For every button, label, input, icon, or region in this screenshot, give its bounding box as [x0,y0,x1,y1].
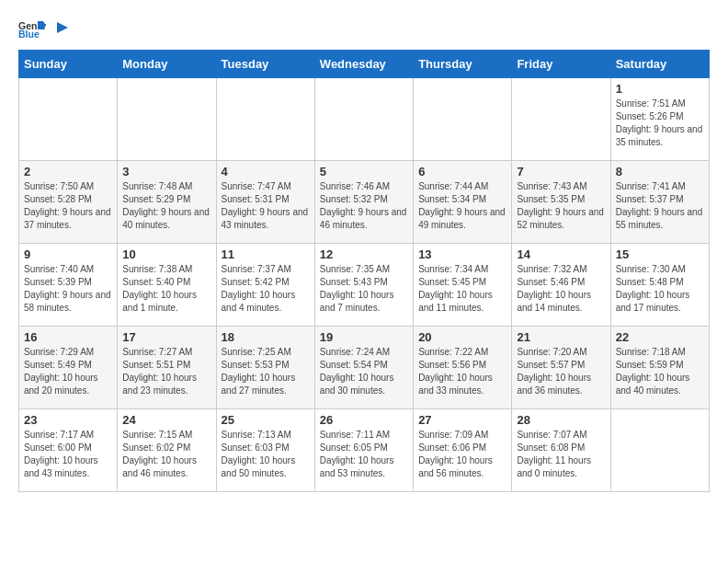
calendar-cell: 20Sunrise: 7:22 AM Sunset: 5:56 PM Dayli… [414,327,512,409]
day-number: 20 [418,330,506,344]
calendar-cell: 2Sunrise: 7:50 AM Sunset: 5:28 PM Daylig… [19,161,118,244]
day-number: 8 [616,165,704,178]
day-number: 6 [418,165,506,178]
calendar-cell: 18Sunrise: 7:25 AM Sunset: 5:53 PM Dayli… [216,327,314,409]
logo-icon: General Blue [18,18,46,40]
calendar-cell: 8Sunrise: 7:41 AM Sunset: 5:37 PM Daylig… [610,161,709,244]
calendar-cell: 10Sunrise: 7:38 AM Sunset: 5:40 PM Dayli… [118,244,216,327]
col-header-sunday: Sunday [19,51,118,78]
day-info: Sunrise: 7:43 AM Sunset: 5:35 PM Dayligh… [517,180,605,232]
calendar-cell: 7Sunrise: 7:43 AM Sunset: 5:35 PM Daylig… [512,161,610,244]
day-info: Sunrise: 7:29 AM Sunset: 5:49 PM Dayligh… [24,346,112,397]
calendar-cell: 4Sunrise: 7:47 AM Sunset: 5:31 PM Daylig… [216,161,314,244]
day-info: Sunrise: 7:51 AM Sunset: 5:26 PM Dayligh… [616,98,704,149]
day-info: Sunrise: 7:35 AM Sunset: 5:43 PM Dayligh… [320,263,408,315]
calendar-cell: 12Sunrise: 7:35 AM Sunset: 5:43 PM Dayli… [314,244,413,327]
day-number: 10 [122,247,210,261]
calendar-cell [118,78,216,161]
col-header-wednesday: Wednesday [314,51,413,78]
calendar-cell: 21Sunrise: 7:20 AM Sunset: 5:57 PM Dayli… [512,327,610,409]
day-info: Sunrise: 7:20 AM Sunset: 5:57 PM Dayligh… [517,346,605,397]
day-info: Sunrise: 7:13 AM Sunset: 6:03 PM Dayligh… [222,429,310,480]
day-number: 2 [24,165,112,178]
day-number: 7 [517,165,605,178]
calendar-cell: 14Sunrise: 7:32 AM Sunset: 5:46 PM Dayli… [512,244,610,327]
day-info: Sunrise: 7:18 AM Sunset: 5:59 PM Dayligh… [616,346,704,397]
day-number: 28 [517,413,605,427]
calendar-cell: 17Sunrise: 7:27 AM Sunset: 5:51 PM Dayli… [118,327,216,409]
calendar-cell: 25Sunrise: 7:13 AM Sunset: 6:03 PM Dayli… [216,409,314,492]
day-number: 12 [320,247,408,261]
week-row: 16Sunrise: 7:29 AM Sunset: 5:49 PM Dayli… [19,327,710,409]
day-info: Sunrise: 7:48 AM Sunset: 5:29 PM Dayligh… [122,180,210,232]
day-info: Sunrise: 7:38 AM Sunset: 5:40 PM Dayligh… [122,263,210,315]
calendar-cell: 26Sunrise: 7:11 AM Sunset: 6:05 PM Dayli… [314,409,413,492]
col-header-friday: Friday [512,51,610,78]
week-row: 1Sunrise: 7:51 AM Sunset: 5:26 PM Daylig… [19,78,710,161]
svg-marker-2 [57,22,68,33]
day-number: 24 [122,413,210,427]
calendar-cell [414,78,512,161]
header-row: SundayMondayTuesdayWednesdayThursdayFrid… [19,51,710,78]
calendar-cell: 3Sunrise: 7:48 AM Sunset: 5:29 PM Daylig… [118,161,216,244]
calendar-cell [314,78,413,161]
calendar-cell: 5Sunrise: 7:46 AM Sunset: 5:32 PM Daylig… [314,161,413,244]
day-number: 25 [222,413,310,427]
week-row: 2Sunrise: 7:50 AM Sunset: 5:28 PM Daylig… [19,161,710,244]
day-info: Sunrise: 7:07 AM Sunset: 6:08 PM Dayligh… [517,429,605,480]
day-info: Sunrise: 7:46 AM Sunset: 5:32 PM Dayligh… [320,180,408,232]
calendar-cell: 28Sunrise: 7:07 AM Sunset: 6:08 PM Dayli… [512,409,610,492]
day-info: Sunrise: 7:24 AM Sunset: 5:54 PM Dayligh… [320,346,408,397]
col-header-monday: Monday [118,51,216,78]
day-number: 5 [320,165,408,178]
calendar-table: SundayMondayTuesdayWednesdayThursdayFrid… [18,50,710,492]
day-info: Sunrise: 7:17 AM Sunset: 6:00 PM Dayligh… [24,429,112,480]
calendar-cell: 16Sunrise: 7:29 AM Sunset: 5:49 PM Dayli… [19,327,118,409]
calendar-cell: 9Sunrise: 7:40 AM Sunset: 5:39 PM Daylig… [19,244,118,327]
day-number: 22 [616,330,704,344]
day-number: 14 [517,247,605,261]
day-number: 19 [320,330,408,344]
day-info: Sunrise: 7:25 AM Sunset: 5:53 PM Dayligh… [222,346,310,397]
day-number: 16 [24,330,112,344]
day-number: 26 [320,413,408,427]
day-info: Sunrise: 7:32 AM Sunset: 5:46 PM Dayligh… [517,263,605,315]
calendar-cell: 15Sunrise: 7:30 AM Sunset: 5:48 PM Dayli… [610,244,709,327]
calendar-cell: 24Sunrise: 7:15 AM Sunset: 6:02 PM Dayli… [118,409,216,492]
day-info: Sunrise: 7:09 AM Sunset: 6:06 PM Dayligh… [418,429,506,480]
day-number: 3 [122,165,210,178]
day-info: Sunrise: 7:34 AM Sunset: 5:45 PM Dayligh… [418,263,506,315]
day-info: Sunrise: 7:11 AM Sunset: 6:05 PM Dayligh… [320,429,408,480]
svg-text:Blue: Blue [18,29,40,40]
day-info: Sunrise: 7:15 AM Sunset: 6:02 PM Dayligh… [122,429,210,480]
day-number: 18 [222,330,310,344]
week-row: 9Sunrise: 7:40 AM Sunset: 5:39 PM Daylig… [19,244,710,327]
calendar-cell: 6Sunrise: 7:44 AM Sunset: 5:34 PM Daylig… [414,161,512,244]
calendar-cell: 19Sunrise: 7:24 AM Sunset: 5:54 PM Dayli… [314,327,413,409]
calendar-cell [19,78,118,161]
calendar-cell: 11Sunrise: 7:37 AM Sunset: 5:42 PM Dayli… [216,244,314,327]
day-number: 17 [122,330,210,344]
day-number: 1 [616,82,704,96]
day-info: Sunrise: 7:27 AM Sunset: 5:51 PM Dayligh… [122,346,210,397]
logo: General Blue [18,18,70,40]
day-info: Sunrise: 7:37 AM Sunset: 5:42 PM Dayligh… [222,263,310,315]
day-number: 11 [222,247,310,261]
col-header-tuesday: Tuesday [216,51,314,78]
calendar-cell [512,78,610,161]
day-number: 9 [24,247,112,261]
day-number: 15 [616,247,704,261]
calendar-cell: 1Sunrise: 7:51 AM Sunset: 5:26 PM Daylig… [610,78,709,161]
day-info: Sunrise: 7:30 AM Sunset: 5:48 PM Dayligh… [616,263,704,315]
day-info: Sunrise: 7:40 AM Sunset: 5:39 PM Dayligh… [24,263,112,315]
calendar-cell: 27Sunrise: 7:09 AM Sunset: 6:06 PM Dayli… [414,409,512,492]
day-info: Sunrise: 7:47 AM Sunset: 5:31 PM Dayligh… [222,180,310,232]
calendar-cell: 13Sunrise: 7:34 AM Sunset: 5:45 PM Dayli… [414,244,512,327]
col-header-thursday: Thursday [414,51,512,78]
day-number: 23 [24,413,112,427]
calendar-cell [610,409,709,492]
day-number: 27 [418,413,506,427]
day-number: 4 [222,165,310,178]
header: General Blue [18,18,710,40]
calendar-cell [216,78,314,161]
